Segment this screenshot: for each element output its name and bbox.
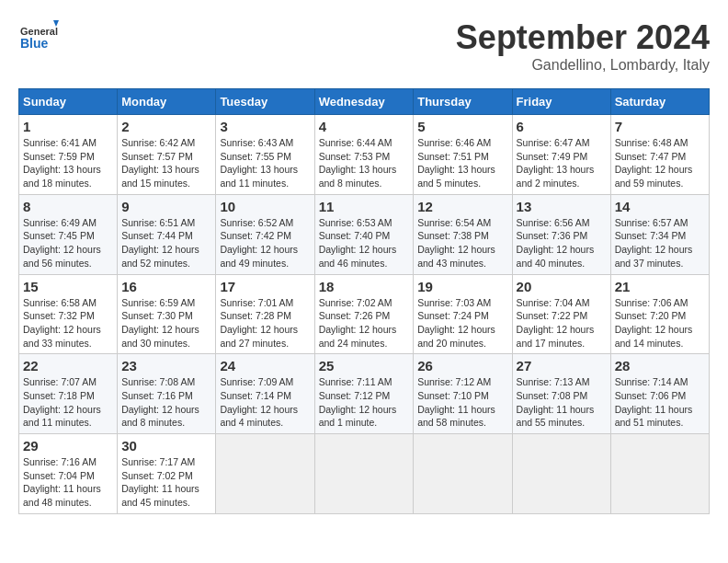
day-number: 2	[121, 119, 211, 134]
day-number: 1	[23, 119, 113, 134]
table-row: 15 Sunrise: 6:58 AM Sunset: 7:32 PM Dayl…	[19, 274, 118, 354]
table-row: 25 Sunrise: 7:11 AM Sunset: 7:12 PM Dayl…	[314, 354, 414, 434]
day-info: Sunrise: 6:49 AM Sunset: 7:45 PM Dayligh…	[23, 216, 113, 270]
day-info: Sunrise: 6:46 AM Sunset: 7:51 PM Dayligh…	[417, 136, 507, 190]
table-row: 8 Sunrise: 6:49 AM Sunset: 7:45 PM Dayli…	[19, 194, 118, 274]
table-row: 11 Sunrise: 6:53 AM Sunset: 7:40 PM Dayl…	[314, 194, 414, 274]
day-number: 4	[319, 119, 410, 134]
day-info: Sunrise: 7:09 AM Sunset: 7:14 PM Dayligh…	[220, 375, 310, 430]
day-number: 25	[319, 358, 410, 373]
calendar-week-row: 22 Sunrise: 7:07 AM Sunset: 7:18 PM Dayl…	[19, 354, 710, 434]
day-number: 26	[417, 358, 507, 373]
calendar-table: Sunday Monday Tuesday Wednesday Thursday…	[18, 88, 710, 514]
day-info: Sunrise: 7:07 AM Sunset: 7:18 PM Dayligh…	[23, 375, 113, 430]
day-info: Sunrise: 7:04 AM Sunset: 7:22 PM Dayligh…	[517, 296, 607, 350]
table-row	[512, 434, 610, 514]
day-number: 3	[220, 119, 310, 134]
day-number: 28	[615, 358, 705, 373]
calendar-week-row: 1 Sunrise: 6:41 AM Sunset: 7:59 PM Dayli…	[19, 115, 710, 195]
table-row: 30 Sunrise: 7:17 AM Sunset: 7:02 PM Dayl…	[118, 434, 216, 514]
day-number: 14	[615, 199, 705, 214]
table-row: 17 Sunrise: 7:01 AM Sunset: 7:28 PM Dayl…	[216, 274, 314, 354]
day-info: Sunrise: 6:53 AM Sunset: 7:40 PM Dayligh…	[319, 216, 410, 270]
table-row: 20 Sunrise: 7:04 AM Sunset: 7:22 PM Dayl…	[512, 274, 610, 354]
table-row: 7 Sunrise: 6:48 AM Sunset: 7:47 PM Dayli…	[610, 115, 709, 195]
day-info: Sunrise: 7:11 AM Sunset: 7:12 PM Dayligh…	[319, 375, 410, 430]
header-thursday: Thursday	[414, 89, 512, 115]
day-number: 17	[220, 279, 310, 294]
header-tuesday: Tuesday	[216, 89, 314, 115]
day-number: 8	[23, 199, 113, 214]
table-row: 9 Sunrise: 6:51 AM Sunset: 7:44 PM Dayli…	[118, 194, 216, 274]
day-info: Sunrise: 6:52 AM Sunset: 7:42 PM Dayligh…	[220, 216, 310, 270]
logo-svg: General Blue	[18, 18, 59, 59]
location-title: Gandellino, Lombardy, Italy	[456, 57, 710, 74]
day-number: 15	[23, 279, 113, 294]
table-row: 22 Sunrise: 7:07 AM Sunset: 7:18 PM Dayl…	[19, 354, 118, 434]
table-row: 1 Sunrise: 6:41 AM Sunset: 7:59 PM Dayli…	[19, 115, 118, 195]
day-info: Sunrise: 7:13 AM Sunset: 7:08 PM Dayligh…	[517, 375, 607, 430]
day-number: 20	[517, 279, 607, 294]
day-info: Sunrise: 6:59 AM Sunset: 7:30 PM Dayligh…	[121, 296, 211, 350]
day-info: Sunrise: 6:56 AM Sunset: 7:36 PM Dayligh…	[517, 216, 607, 270]
logo: General Blue	[18, 18, 64, 63]
table-row: 29 Sunrise: 7:16 AM Sunset: 7:04 PM Dayl…	[19, 434, 118, 514]
day-number: 24	[220, 358, 310, 373]
table-row: 27 Sunrise: 7:13 AM Sunset: 7:08 PM Dayl…	[512, 354, 610, 434]
day-number: 7	[615, 119, 705, 134]
day-info: Sunrise: 6:47 AM Sunset: 7:49 PM Dayligh…	[517, 136, 607, 190]
table-row	[216, 434, 314, 514]
table-row: 2 Sunrise: 6:42 AM Sunset: 7:57 PM Dayli…	[118, 115, 216, 195]
day-info: Sunrise: 6:41 AM Sunset: 7:59 PM Dayligh…	[23, 136, 113, 190]
day-number: 11	[319, 199, 410, 214]
table-row: 6 Sunrise: 6:47 AM Sunset: 7:49 PM Dayli…	[512, 115, 610, 195]
table-row: 4 Sunrise: 6:44 AM Sunset: 7:53 PM Dayli…	[314, 115, 414, 195]
day-number: 10	[220, 199, 310, 214]
day-number: 23	[121, 358, 211, 373]
day-info: Sunrise: 7:01 AM Sunset: 7:28 PM Dayligh…	[220, 296, 310, 350]
day-info: Sunrise: 7:06 AM Sunset: 7:20 PM Dayligh…	[615, 296, 705, 350]
table-row: 23 Sunrise: 7:08 AM Sunset: 7:16 PM Dayl…	[118, 354, 216, 434]
table-row: 3 Sunrise: 6:43 AM Sunset: 7:55 PM Dayli…	[216, 115, 314, 195]
table-row: 24 Sunrise: 7:09 AM Sunset: 7:14 PM Dayl…	[216, 354, 314, 434]
header-wednesday: Wednesday	[314, 89, 414, 115]
header-friday: Friday	[512, 89, 610, 115]
month-title: September 2024	[456, 18, 710, 57]
day-number: 30	[121, 438, 211, 454]
day-info: Sunrise: 6:58 AM Sunset: 7:32 PM Dayligh…	[23, 296, 113, 350]
header-saturday: Saturday	[610, 89, 709, 115]
table-row	[610, 434, 709, 514]
page-header: General Blue September 2024 Gandellino, …	[18, 18, 710, 74]
day-info: Sunrise: 6:42 AM Sunset: 7:57 PM Dayligh…	[121, 136, 211, 190]
table-row: 19 Sunrise: 7:03 AM Sunset: 7:24 PM Dayl…	[414, 274, 512, 354]
day-number: 6	[517, 119, 607, 134]
day-number: 29	[23, 438, 113, 454]
table-row: 18 Sunrise: 7:02 AM Sunset: 7:26 PM Dayl…	[314, 274, 414, 354]
day-number: 9	[121, 199, 211, 214]
day-number: 21	[615, 279, 705, 294]
day-number: 5	[417, 119, 507, 134]
calendar-week-row: 8 Sunrise: 6:49 AM Sunset: 7:45 PM Dayli…	[19, 194, 710, 274]
table-row: 14 Sunrise: 6:57 AM Sunset: 7:34 PM Dayl…	[610, 194, 709, 274]
day-number: 13	[517, 199, 607, 214]
day-number: 19	[417, 279, 507, 294]
table-row: 26 Sunrise: 7:12 AM Sunset: 7:10 PM Dayl…	[414, 354, 512, 434]
title-block: September 2024 Gandellino, Lombardy, Ita…	[456, 18, 710, 74]
header-monday: Monday	[118, 89, 216, 115]
header-sunday: Sunday	[19, 89, 118, 115]
day-info: Sunrise: 6:44 AM Sunset: 7:53 PM Dayligh…	[319, 136, 410, 190]
day-info: Sunrise: 7:08 AM Sunset: 7:16 PM Dayligh…	[121, 375, 211, 430]
calendar-week-row: 29 Sunrise: 7:16 AM Sunset: 7:04 PM Dayl…	[19, 434, 710, 514]
day-number: 16	[121, 279, 211, 294]
table-row: 21 Sunrise: 7:06 AM Sunset: 7:20 PM Dayl…	[610, 274, 709, 354]
day-number: 22	[23, 358, 113, 373]
table-row: 5 Sunrise: 6:46 AM Sunset: 7:51 PM Dayli…	[414, 115, 512, 195]
day-info: Sunrise: 7:14 AM Sunset: 7:06 PM Dayligh…	[615, 375, 705, 430]
day-info: Sunrise: 7:16 AM Sunset: 7:04 PM Dayligh…	[23, 455, 113, 510]
day-info: Sunrise: 7:02 AM Sunset: 7:26 PM Dayligh…	[319, 296, 410, 350]
calendar-header-row: Sunday Monday Tuesday Wednesday Thursday…	[19, 89, 710, 115]
day-number: 12	[417, 199, 507, 214]
table-row: 12 Sunrise: 6:54 AM Sunset: 7:38 PM Dayl…	[414, 194, 512, 274]
table-row	[414, 434, 512, 514]
day-number: 18	[319, 279, 410, 294]
